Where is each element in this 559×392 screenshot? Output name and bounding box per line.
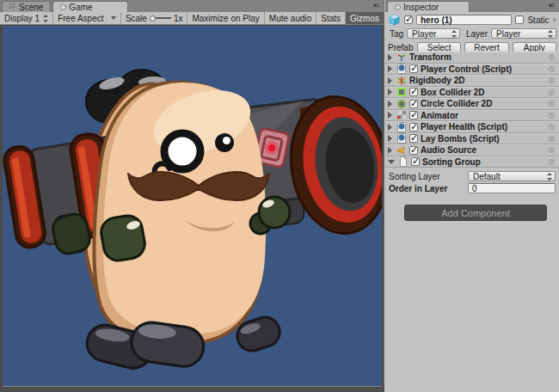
sorting-layer-dropdown[interactable]: Default bbox=[468, 171, 556, 181]
game-tabstrip: Scene Game bbox=[0, 0, 384, 12]
unity-editor-window: Scene Game Display 1 Free Aspect Scale bbox=[0, 0, 559, 392]
sorting-group-icon bbox=[397, 156, 408, 167]
component-enabled-checkbox[interactable] bbox=[409, 100, 418, 108]
inspector-panel: Inspector hero (1) Static ▾ Tag Pl bbox=[385, 0, 559, 392]
layer-dropdown[interactable]: Player bbox=[491, 28, 556, 39]
gear-icon[interactable] bbox=[545, 76, 556, 85]
game-viewport[interactable] bbox=[3, 26, 382, 387]
hero-character-illustration bbox=[3, 26, 382, 387]
rigidbody2d-icon bbox=[396, 76, 407, 86]
component-enabled-checkbox[interactable] bbox=[409, 134, 418, 143]
dropdown-caret-icon bbox=[111, 16, 116, 20]
component-list: Transform Player Control (Script) Rigid bbox=[385, 52, 559, 168]
static-checkbox[interactable] bbox=[515, 15, 524, 24]
gameobject-active-checkbox[interactable] bbox=[404, 15, 413, 24]
scale-label: Scale bbox=[126, 14, 147, 23]
scene-tab-label: Scene bbox=[19, 3, 43, 12]
gear-icon[interactable] bbox=[545, 157, 556, 167]
popup-arrows-icon bbox=[42, 15, 48, 22]
component-header-sorting-group[interactable]: Sorting Group bbox=[385, 156, 559, 168]
gear-icon[interactable] bbox=[545, 64, 556, 74]
component-header-box-collider2d[interactable]: Box Collider 2D bbox=[385, 87, 559, 99]
scale-slider-track bbox=[156, 17, 171, 19]
scale-slider-knob[interactable] bbox=[150, 15, 156, 21]
inspector-header: hero (1) Static ▾ Tag Player Layer Playe… bbox=[385, 12, 559, 51]
popup-arrows-icon bbox=[451, 30, 457, 38]
game-panel-menu-icon[interactable] bbox=[370, 2, 382, 10]
maximize-on-play-button[interactable]: Maximize on Play bbox=[187, 12, 264, 24]
script-icon bbox=[396, 133, 407, 144]
inspector-tab-label: Inspector bbox=[403, 3, 439, 12]
foldout-icon[interactable] bbox=[388, 89, 393, 95]
aspect-dropdown[interactable]: Free Aspect bbox=[53, 12, 121, 24]
mute-audio-button[interactable]: Mute audio bbox=[265, 12, 316, 24]
foldout-icon[interactable] bbox=[388, 77, 393, 84]
inspector-panel-menu-icon[interactable] bbox=[545, 2, 557, 10]
sorting-group-body: Sorting Layer Default Order in Layer 0 bbox=[385, 168, 559, 196]
window-bottom-edge bbox=[0, 388, 384, 392]
box-collider-icon bbox=[396, 87, 407, 97]
audio-source-icon bbox=[396, 145, 407, 156]
component-enabled-checkbox[interactable] bbox=[409, 146, 418, 155]
component-header-player-health[interactable]: Player Health (Script) bbox=[385, 121, 559, 133]
game-tab-label: Game bbox=[69, 3, 92, 12]
order-in-layer-field[interactable]: 0 bbox=[468, 183, 556, 193]
foldout-icon[interactable] bbox=[388, 135, 393, 142]
add-component-button[interactable]: Add Component bbox=[404, 205, 547, 221]
gear-icon[interactable] bbox=[545, 122, 556, 132]
tab-game[interactable]: Game bbox=[52, 1, 128, 12]
gizmos-button[interactable]: Gizmos bbox=[346, 12, 384, 24]
gameobject-name-field[interactable]: hero (1) bbox=[416, 15, 512, 25]
inspector-tab-icon bbox=[395, 4, 401, 10]
tab-inspector[interactable]: Inspector bbox=[387, 1, 470, 12]
script-icon bbox=[396, 64, 407, 74]
component-enabled-checkbox[interactable] bbox=[409, 111, 418, 119]
gear-icon[interactable] bbox=[545, 111, 556, 120]
stats-button[interactable]: Stats bbox=[316, 12, 346, 24]
foldout-open-icon[interactable] bbox=[388, 160, 395, 164]
hero-body bbox=[94, 79, 266, 344]
scene-tab-icon bbox=[9, 3, 16, 10]
gear-icon[interactable] bbox=[545, 145, 556, 155]
script-icon bbox=[396, 122, 407, 132]
component-header-circle-collider2d[interactable]: Circle Collider 2D bbox=[385, 98, 559, 110]
component-enabled-checkbox[interactable] bbox=[409, 88, 418, 96]
component-header-rigidbody2d[interactable]: Rigidbody 2D bbox=[385, 75, 559, 87]
component-header-animator[interactable]: Animator bbox=[385, 110, 559, 122]
gear-icon[interactable] bbox=[545, 52, 556, 62]
foldout-icon[interactable] bbox=[388, 101, 393, 107]
gear-icon[interactable] bbox=[545, 99, 556, 108]
circle-collider-icon bbox=[396, 99, 407, 109]
tag-label: Tag bbox=[388, 29, 403, 39]
foldout-icon[interactable] bbox=[388, 65, 393, 72]
foldout-icon[interactable] bbox=[388, 112, 393, 119]
popup-arrows-icon bbox=[546, 173, 552, 181]
gear-icon[interactable] bbox=[545, 134, 556, 144]
scale-control: Scale 1x bbox=[121, 12, 187, 24]
static-label: Static bbox=[527, 15, 549, 25]
tag-dropdown[interactable]: Player bbox=[407, 28, 460, 39]
component-header-audio-source[interactable]: Audio Source bbox=[385, 144, 559, 156]
component-header-lay-bombs[interactable]: Lay Bombs (Script) bbox=[385, 133, 559, 145]
game-toolbar: Display 1 Free Aspect Scale 1x Maximize … bbox=[0, 12, 384, 25]
component-header-player-control[interactable]: Player Control (Script) bbox=[385, 64, 559, 76]
tab-scene[interactable]: Scene bbox=[2, 1, 51, 12]
gear-icon[interactable] bbox=[545, 88, 556, 97]
component-enabled-checkbox[interactable] bbox=[409, 123, 418, 132]
transform-icon bbox=[396, 52, 407, 63]
layer-label: Layer bbox=[466, 29, 488, 39]
component-header-transform[interactable]: Transform bbox=[385, 52, 559, 64]
foldout-icon[interactable] bbox=[388, 54, 393, 61]
component-enabled-checkbox[interactable] bbox=[409, 64, 418, 73]
prefab-label: Prefab bbox=[388, 43, 414, 52]
animator-icon bbox=[396, 110, 407, 120]
scale-value: 1x bbox=[174, 14, 183, 23]
component-enabled-checkbox[interactable] bbox=[411, 157, 420, 166]
foldout-icon[interactable] bbox=[388, 124, 393, 131]
static-dropdown-icon[interactable]: ▾ bbox=[552, 15, 556, 24]
scale-slider[interactable] bbox=[150, 15, 171, 21]
display-dropdown[interactable]: Display 1 bbox=[0, 12, 53, 24]
sorting-layer-label: Sorting Layer bbox=[389, 172, 464, 181]
game-view-panel: Scene Game Display 1 Free Aspect Scale bbox=[0, 0, 384, 392]
foldout-icon[interactable] bbox=[388, 147, 393, 154]
